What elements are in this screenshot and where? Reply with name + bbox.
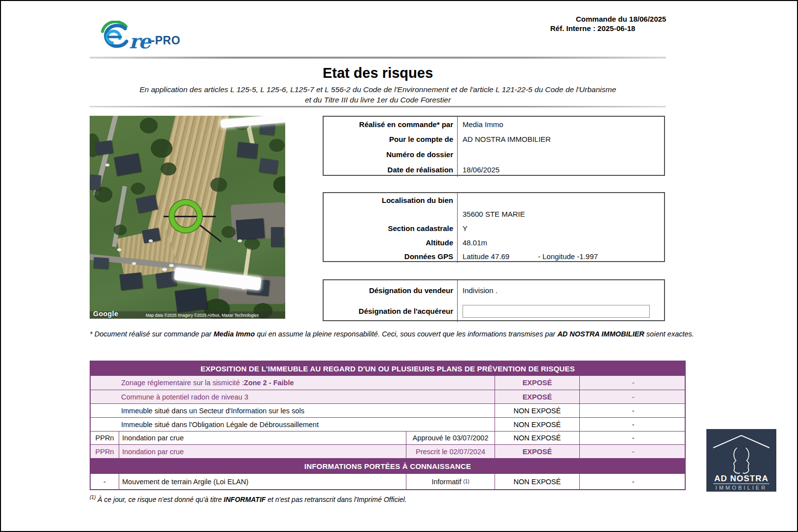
- risk-status: NON EXPOSÉ: [495, 418, 579, 431]
- field-value: AD NOSTRA IMMOBILIER: [458, 132, 664, 147]
- order-date: Commande du 18/06/2025: [576, 14, 666, 24]
- ere-pro-logo-suffix: -PRO: [151, 34, 181, 50]
- internal-ref: Réf. Interne : 2025-06-18: [550, 24, 666, 33]
- document-title-block: Etat des risques En application des arti…: [90, 65, 666, 105]
- footnote-informatif: (1) À ce jour, ce risque n'est donné qu'…: [90, 495, 703, 504]
- ere-pro-logo: re -PRO: [98, 18, 180, 50]
- map-attribution: Map data ©2025 Imagery ©2025 Airbus, Max…: [90, 311, 285, 319]
- risk-detail: -: [579, 376, 687, 390]
- risk-detail: -: [579, 404, 687, 417]
- risk-date: Approuvé le 03/07/2002: [406, 432, 495, 444]
- table-row: - Mouvement de terrain Argile (Loi ELAN)…: [91, 473, 685, 489]
- risk-label: Zonage réglementaire sur la sismicité : …: [91, 376, 495, 390]
- risk-exposure-table: EXPOSITION DE L'IMMEUBLE AU REGARD D'UN …: [90, 361, 686, 490]
- field-value: 18/06/2025: [458, 162, 664, 177]
- risk-label: Inondation par crue: [119, 432, 406, 444]
- risk-detail: -: [579, 445, 687, 458]
- field-label: Désignation du vendeur: [324, 280, 458, 300]
- ere-pro-logo-text: re: [129, 33, 150, 50]
- field-label: [324, 207, 458, 221]
- ad-nostra-name: AD NOSTRA: [714, 474, 768, 483]
- title-subtitle: En application des articles L 125-5, L 1…: [90, 84, 666, 105]
- risk-status: EXPOSÉ: [495, 390, 579, 403]
- risk-table-header: EXPOSITION DE L'IMMEUBLE AU REGARD D'UN …: [91, 362, 685, 376]
- field-value: 35600 STE MARIE: [458, 207, 664, 221]
- ere-pro-swirl-icon: [98, 21, 129, 50]
- footnote-star: * Document réalisé sur commande par Medi…: [90, 329, 703, 339]
- satellite-map: Map data ©2025 Imagery ©2025 Airbus, Max…: [90, 116, 285, 319]
- risk-table-section-header: INFORMATIONS PORTÉES À CONNAISSANCE: [91, 458, 685, 473]
- field-value: Y: [458, 221, 664, 235]
- table-row: Zonage réglementaire sur la sismicité : …: [91, 376, 685, 390]
- gps-value: Latitude 47.69 - Longitude -1.997: [458, 249, 664, 263]
- ad-nostra-subtitle: IMMOBILIER: [716, 485, 767, 491]
- risk-detail: -: [579, 432, 687, 444]
- field-value: 48.01m: [458, 235, 664, 249]
- risk-detail: -: [579, 474, 687, 489]
- field-label: Données GPS: [324, 249, 458, 263]
- field-label: Numéro de dossier: [324, 147, 458, 162]
- order-info-table: Réalisé en commande* par Media Immo Pour…: [323, 116, 665, 176]
- field-value: [458, 147, 664, 162]
- vendor-value: Indivision .: [458, 280, 664, 300]
- ad-nostra-logo: AD NOSTRA IMMOBILIER: [706, 429, 776, 492]
- risk-code: PPRn: [91, 445, 119, 458]
- table-row: Immeuble situé dans l'Obligation Légale …: [91, 417, 685, 431]
- field-value: Media Immo: [458, 117, 664, 132]
- buyer-input[interactable]: [463, 305, 650, 318]
- risk-code: PPRn: [91, 432, 119, 444]
- divider: [90, 57, 666, 59]
- field-label: Section cadastrale: [324, 221, 458, 235]
- table-row: PPRn Inondation par crue Prescrit le 02/…: [91, 444, 685, 458]
- field-label: Altitude: [324, 235, 458, 249]
- risk-detail: -: [579, 418, 687, 431]
- table-row: PPRn Inondation par crue Approuvé le 03/…: [91, 431, 685, 444]
- page-title: Etat des risques: [90, 65, 666, 81]
- risk-label: Immeuble situé dans l'Obligation Légale …: [91, 418, 495, 431]
- field-value: [458, 193, 664, 207]
- header-references: Commande du 18/06/2025 Réf. Interne : 20…: [550, 14, 666, 33]
- risk-code: -: [91, 474, 119, 489]
- risk-status: EXPOSÉ: [495, 445, 579, 458]
- risk-label: Mouvement de terrain Argile (Loi ELAN): [119, 474, 406, 489]
- risk-status: NON EXPOSÉ: [495, 404, 579, 417]
- designation-table: Désignation du vendeur Indivision . Dési…: [323, 279, 665, 321]
- risk-status: NON EXPOSÉ: [495, 474, 579, 489]
- risk-label: Commune à potentiel radon de niveau 3: [91, 390, 495, 403]
- ad-nostra-logo-icon: AD NOSTRA IMMOBILIER: [706, 429, 776, 492]
- field-label: Localisation du bien: [324, 193, 458, 207]
- field-label: Date de réalisation: [324, 162, 458, 177]
- buyer-value-cell: [458, 300, 664, 322]
- risk-label: Immeuble situé dans un Secteur d'Informa…: [91, 404, 495, 417]
- report-page: re -PRO Commande du 18/06/2025 Réf. Inte…: [0, 0, 798, 532]
- field-label: Désignation de l'acquéreur: [324, 300, 458, 322]
- divider: [90, 106, 666, 107]
- risk-date: Informatif (1): [406, 474, 495, 489]
- table-row: Commune à potentiel radon de niveau 3 EX…: [91, 390, 685, 403]
- risk-detail: -: [579, 390, 687, 403]
- field-label: Réalisé en commande* par: [324, 117, 458, 132]
- google-logo: Google: [93, 310, 118, 318]
- map-target-marker: [169, 200, 202, 233]
- field-label: Pour le compte de: [324, 132, 458, 147]
- risk-label: Inondation par crue: [119, 445, 406, 458]
- risk-status: NON EXPOSÉ: [495, 432, 579, 444]
- risk-status: EXPOSÉ: [495, 376, 579, 390]
- location-info-table: Localisation du bien 35600 STE MARIE Sec…: [323, 192, 665, 262]
- risk-date: Prescrit le 02/07/2024: [406, 445, 495, 458]
- table-row: Immeuble situé dans un Secteur d'Informa…: [91, 403, 685, 417]
